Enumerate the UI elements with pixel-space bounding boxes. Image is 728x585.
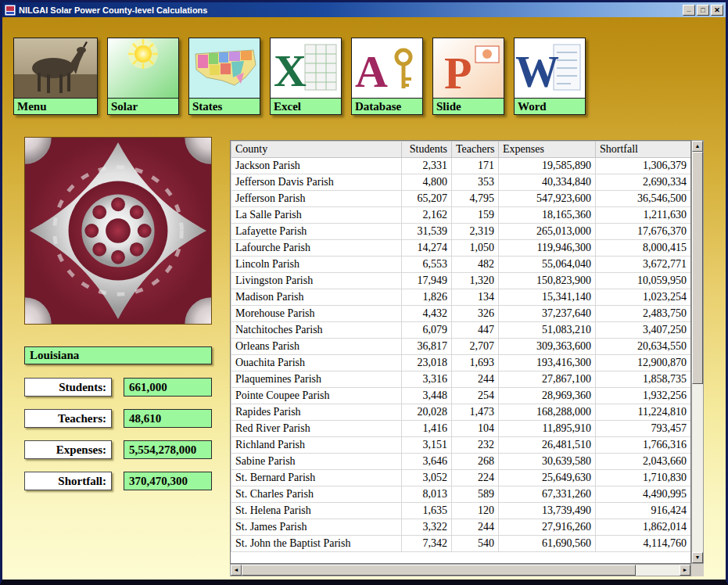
expenses-cell: 13,739,490 (499, 503, 596, 519)
teachers-cell: 134 (452, 289, 499, 306)
table-row[interactable]: Jefferson Davis Parish 4,800 353 40,334,… (231, 174, 691, 191)
table-row[interactable]: Lafayette Parish 31,539 2,319 265,013,00… (231, 224, 691, 240)
expenses-cell: 309,363,600 (499, 339, 596, 355)
horizontal-scroll-thumb[interactable] (242, 565, 636, 576)
students-cell: 2,162 (402, 207, 452, 224)
slide-button[interactable]: P Slide (432, 38, 504, 115)
shortfall-cell: 1,862,014 (596, 519, 691, 536)
table-row[interactable]: Pointe Coupee Parish 3,448 254 28,969,36… (231, 388, 691, 404)
table-row[interactable]: St. Charles Parish 8,013 589 67,331,260 … (231, 486, 691, 503)
students-cell: 4,800 (402, 174, 452, 191)
county-cell: St. Bernard Parish (231, 470, 402, 486)
table-row[interactable]: Sabine Parish 3,646 268 30,639,580 2,043… (231, 454, 691, 470)
scroll-down-icon[interactable]: ▼ (692, 552, 703, 563)
menu-button-label: Menu (14, 98, 97, 114)
students-cell: 3,316 (402, 371, 452, 388)
minimize-button[interactable]: _ (683, 5, 695, 16)
students-cell: 23,018 (402, 355, 452, 371)
sun-icon (108, 38, 178, 98)
students-cell: 1,416 (402, 421, 452, 437)
vertical-scroll-track[interactable] (692, 152, 703, 552)
table-row[interactable]: Livingston Parish 17,949 1,320 150,823,9… (231, 273, 691, 289)
teachers-cell: 1,473 (452, 404, 499, 421)
table-row[interactable]: Orleans Parish 36,817 2,707 309,363,600 … (231, 339, 691, 355)
expenses-cell: 61,690,560 (499, 536, 596, 552)
scroll-left-icon[interactable]: ◄ (231, 565, 242, 576)
table-row[interactable]: Ouachita Parish 23,018 1,693 193,416,300… (231, 355, 691, 371)
solar-button[interactable]: Solar (107, 38, 179, 115)
expenses-value[interactable]: 5,554,278,000 (124, 440, 212, 459)
title-bar[interactable]: NILGAI Solar Power County-level Calculat… (2, 2, 726, 17)
students-cell: 17,949 (402, 273, 452, 289)
table-row[interactable]: Red River Parish 1,416 104 11,895,910 79… (231, 421, 691, 437)
column-header-shortfall: Shortfall (596, 142, 691, 158)
students-cell: 1,826 (402, 289, 452, 306)
expenses-cell: 37,237,640 (499, 306, 596, 322)
students-value[interactable]: 661,000 (124, 378, 212, 397)
table-row[interactable]: St. James Parish 3,322 244 27,916,260 1,… (231, 519, 691, 536)
table-row[interactable]: Rapides Parish 20,028 1,473 168,288,000 … (231, 404, 691, 421)
table-row[interactable]: Richland Parish 3,151 232 26,481,510 1,7… (231, 437, 691, 454)
teachers-cell: 232 (452, 437, 499, 454)
menu-button[interactable]: Menu (13, 38, 98, 115)
county-cell: Pointe Coupee Parish (231, 388, 402, 404)
table-row[interactable]: Jefferson Parish 65,207 4,795 547,923,60… (231, 191, 691, 207)
horizontal-scroll-track[interactable] (242, 565, 680, 576)
county-cell: La Salle Parish (231, 207, 402, 224)
table-row[interactable]: Natchitoches Parish 6,079 447 51,083,210… (231, 322, 691, 339)
teachers-cell: 1,050 (452, 240, 499, 257)
expenses-cell: 265,013,000 (499, 224, 596, 240)
county-cell: Lafayette Parish (231, 224, 402, 240)
word-icon: W (515, 38, 585, 98)
scroll-right-icon[interactable]: ► (680, 565, 690, 576)
scroll-up-icon[interactable]: ▲ (692, 141, 703, 152)
students-cell: 20,028 (402, 404, 452, 421)
word-button[interactable]: W Word (514, 38, 586, 115)
shortfall-cell: 1,858,735 (596, 371, 691, 388)
table-row[interactable]: St. John the Baptist Parish 7,342 540 61… (231, 536, 691, 552)
teachers-cell: 2,707 (452, 339, 499, 355)
table-row[interactable]: St. Helena Parish 1,635 120 13,739,490 9… (231, 503, 691, 519)
county-cell: Orleans Parish (231, 339, 402, 355)
students-cell: 8,013 (402, 486, 452, 503)
table-row[interactable]: St. Bernard Parish 3,052 224 25,649,630 … (231, 470, 691, 486)
students-cell: 14,274 (402, 240, 452, 257)
table-row[interactable]: La Salle Parish 2,162 159 18,165,360 1,2… (231, 207, 691, 224)
students-cell: 3,052 (402, 470, 452, 486)
students-cell: 3,151 (402, 437, 452, 454)
horizontal-scrollbar[interactable]: ◄ ► (230, 564, 691, 576)
table-row[interactable]: Madison Parish 1,826 134 15,341,140 1,02… (231, 289, 691, 306)
toolbar: Menu Solar (13, 38, 586, 115)
shortfall-label: Shortfall: (24, 472, 112, 490)
table-row[interactable]: Plaquemines Parish 3,316 244 27,867,100 … (231, 371, 691, 388)
county-cell: St. James Parish (231, 519, 402, 536)
teachers-value[interactable]: 48,610 (124, 409, 212, 428)
table-row[interactable]: Lafourche Parish 14,274 1,050 119,946,30… (231, 240, 691, 257)
shortfall-cell: 3,672,771 (596, 257, 691, 273)
database-button[interactable]: A Database (351, 38, 423, 115)
expenses-cell: 18,165,360 (499, 207, 596, 224)
expenses-cell: 55,064,040 (499, 257, 596, 273)
county-cell: Ouachita Parish (231, 355, 402, 371)
county-cell: Sabine Parish (231, 454, 402, 470)
shortfall-cell: 4,114,760 (596, 536, 691, 552)
column-header-students: Students (402, 142, 452, 158)
vertical-scroll-thumb[interactable] (692, 152, 703, 384)
teachers-cell: 353 (452, 174, 499, 191)
teachers-cell: 326 (452, 306, 499, 322)
shortfall-value[interactable]: 370,470,300 (124, 472, 212, 490)
county-cell: Livingston Parish (231, 273, 402, 289)
teachers-cell: 4,795 (452, 191, 499, 207)
shortfall-cell: 1,766,316 (596, 437, 691, 454)
database-button-label: Database (352, 98, 422, 114)
close-button[interactable]: ✕ (711, 5, 723, 16)
expenses-cell: 11,895,910 (499, 421, 596, 437)
states-button[interactable]: States (188, 38, 260, 115)
teachers-cell: 589 (452, 486, 499, 503)
excel-button[interactable]: X Excel (270, 38, 342, 115)
maximize-button[interactable]: □ (697, 5, 709, 16)
table-row[interactable]: Morehouse Parish 4,432 326 37,237,640 2,… (231, 306, 691, 322)
table-row[interactable]: Jackson Parish 2,331 171 19,585,890 1,30… (231, 158, 691, 174)
vertical-scrollbar[interactable]: ▲ ▼ (691, 140, 704, 564)
table-row[interactable]: Lincoln Parish 6,553 482 55,064,040 3,67… (231, 257, 691, 273)
